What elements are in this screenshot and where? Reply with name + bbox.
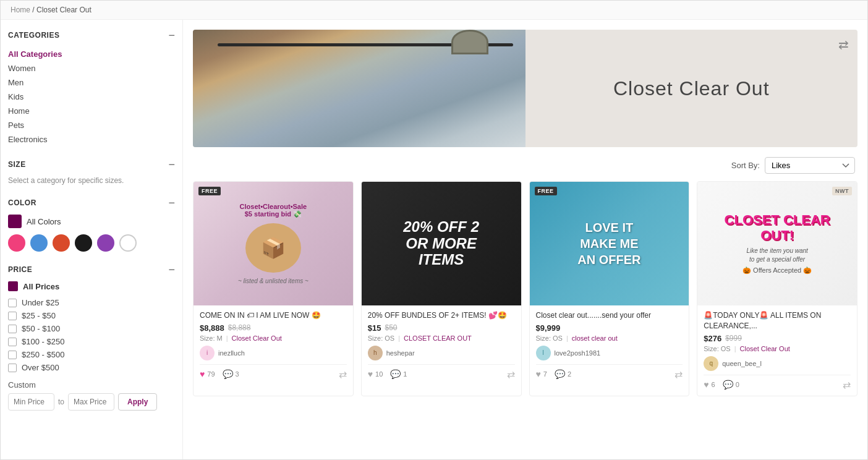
price-over-500[interactable]: Over $500 xyxy=(8,361,175,374)
color-red[interactable] xyxy=(53,234,70,252)
like-icon-4[interactable]: ♥ xyxy=(704,380,708,390)
product-card[interactable]: FREE Closet•Clearout•Sale$5 starting bid… xyxy=(193,181,354,396)
to-label: to xyxy=(58,398,64,406)
product-original-price-2: $50 xyxy=(385,323,397,332)
price-all-option[interactable]: All Prices xyxy=(8,281,175,291)
product-info-1: COME ON IN 🏷 I AM LIVE NOW 🤩 $8,888 $8,8… xyxy=(194,305,353,385)
apply-price-button[interactable]: Apply xyxy=(118,393,157,411)
color-black[interactable] xyxy=(75,234,92,252)
size-collapse-icon[interactable]: − xyxy=(168,159,175,170)
product-closet-4[interactable]: Closet Clear Out xyxy=(740,345,790,352)
like-icon-1[interactable]: ♥ xyxy=(200,369,205,379)
product-image-text-4: CLOSET CLEAROUT! Like the item you wantt… xyxy=(725,213,830,274)
max-price-input[interactable] xyxy=(68,393,114,411)
breadcrumb-current: Closet Clear Out xyxy=(36,6,91,14)
price-section: PRICE − All Prices Under $25 $25 - $50 $… xyxy=(8,264,175,411)
product-size-4: Size: OS xyxy=(704,345,730,352)
product-card-3[interactable]: FREE LOVE ITMAKE MEAN OFFER Closet clear… xyxy=(529,181,690,396)
share-icon-3[interactable]: ⇄ xyxy=(674,368,683,380)
like-count-3: 7 xyxy=(543,370,547,378)
price-collapse-icon[interactable]: − xyxy=(168,264,175,275)
category-item-electronics[interactable]: Electronics xyxy=(8,132,175,147)
main-content: Closet Clear Out ⇄ Sort By: Likes Just S… xyxy=(183,20,867,459)
like-icon-2[interactable]: ♥ xyxy=(368,369,373,379)
comment-icon-3[interactable]: 💬 xyxy=(555,369,565,379)
product-price-row-2: $15 $50 xyxy=(368,323,515,333)
color-white[interactable] xyxy=(119,234,137,252)
color-collapse-icon[interactable]: − xyxy=(168,197,175,208)
seller-name-4: queen_bee_l xyxy=(722,360,762,367)
product-info-4: 🚨TODAY ONLY🚨 ALL ITEMS ON CLEARANCE,... … xyxy=(697,305,857,396)
color-all-swatch xyxy=(8,215,22,228)
category-item-men[interactable]: Men xyxy=(8,75,175,90)
product-closet-1[interactable]: Closet Clear Out xyxy=(232,334,282,342)
color-purple[interactable] xyxy=(97,234,114,252)
category-list: All Categories Women Men Kids Home Pets … xyxy=(8,47,175,147)
product-seller-4: q queen_bee_l xyxy=(704,356,851,371)
categories-collapse-icon[interactable]: − xyxy=(168,30,175,41)
hero-clothes-visual xyxy=(193,30,525,147)
sidebar: CATEGORIES − All Categories Women Men Ki… xyxy=(1,20,183,459)
color-header: COLOR − xyxy=(8,197,175,208)
price-checkbox-250-500[interactable] xyxy=(8,351,17,359)
product-closet-2[interactable]: CLOSET CLEAR OUT xyxy=(404,334,472,342)
category-item-pets[interactable]: Pets xyxy=(8,118,175,132)
category-item-home[interactable]: Home xyxy=(8,104,175,118)
price-checkbox-100-250[interactable] xyxy=(8,338,17,346)
seller-name-1: inezlluch xyxy=(218,349,245,357)
closet-subtext-2: 🎃 Offers Accepted 🎃 xyxy=(725,266,830,275)
product-title-1: COME ON IN 🏷 I AM LIVE NOW 🤩 xyxy=(200,310,347,321)
product-closet-3[interactable]: closet clear out xyxy=(572,334,618,342)
color-all-option[interactable]: All Colors xyxy=(8,215,175,228)
categories-title: CATEGORIES xyxy=(8,31,59,40)
breadcrumb-home[interactable]: Home xyxy=(11,6,30,14)
price-250-500[interactable]: $250 - $500 xyxy=(8,348,175,361)
categories-section: CATEGORIES − All Categories Women Men Ki… xyxy=(8,30,175,147)
share-icon-1[interactable]: ⇄ xyxy=(339,368,347,380)
product-card-4[interactable]: NWT CLOSET CLEAROUT! Like the item you w… xyxy=(697,181,857,396)
price-checkbox-25-50[interactable] xyxy=(8,312,17,320)
category-item-kids[interactable]: Kids xyxy=(8,90,175,104)
action-comments-3: 💬 2 xyxy=(555,369,571,379)
sort-bar: Sort By: Likes Just Shared Price: Low to… xyxy=(193,157,857,174)
product-image-2: 20% OFF 2OR MOREITEMS xyxy=(362,182,521,305)
seller-name-2: heshepar xyxy=(386,349,415,357)
comment-icon-2[interactable]: 💬 xyxy=(390,369,401,379)
color-blue[interactable] xyxy=(30,234,48,252)
product-size-2: Size: OS xyxy=(368,334,394,342)
share-icon-4[interactable]: ⇄ xyxy=(843,379,851,391)
like-count-1: 79 xyxy=(207,370,215,378)
comment-count-2: 1 xyxy=(403,370,407,378)
like-count-4: 6 xyxy=(712,381,715,388)
color-pink[interactable] xyxy=(8,234,25,252)
color-section: COLOR − All Colors xyxy=(8,197,175,252)
product-title-4: 🚨TODAY ONLY🚨 ALL ITEMS ON CLEARANCE,... xyxy=(704,310,851,331)
product-image-3: FREE LOVE ITMAKE MEAN OFFER xyxy=(530,182,689,305)
nwt-badge: NWT xyxy=(832,187,852,195)
product-seller-3: l love2posh1981 xyxy=(536,346,683,360)
seller-avatar-2: h xyxy=(368,346,383,360)
category-item-all[interactable]: All Categories xyxy=(8,47,175,61)
comment-icon-1[interactable]: 💬 xyxy=(223,369,233,379)
like-icon-3[interactable]: ♥ xyxy=(536,369,541,379)
comment-icon-4[interactable]: 💬 xyxy=(723,380,733,390)
breadcrumb: Home / Closet Clear Out xyxy=(1,1,867,20)
category-item-women[interactable]: Women xyxy=(8,61,175,75)
price-25-50[interactable]: $25 - $50 xyxy=(8,309,175,322)
price-options-list: Under $25 $25 - $50 $50 - $100 $100 - $2… xyxy=(8,296,175,374)
price-checkbox-over500[interactable] xyxy=(8,364,17,372)
product-image-1: FREE Closet•Clearout•Sale$5 starting bid… xyxy=(194,182,353,305)
product-price-row-1: $8,888 $8,888 xyxy=(200,323,347,333)
share-icon-2[interactable]: ⇄ xyxy=(507,368,515,380)
min-price-input[interactable] xyxy=(8,393,54,411)
product-card-2[interactable]: 20% OFF 2OR MOREITEMS 20% OFF BUNDLES OF… xyxy=(361,181,522,396)
price-checkbox-50-100[interactable] xyxy=(8,325,17,333)
sort-select[interactable]: Likes Just Shared Price: Low to High Pri… xyxy=(765,157,855,174)
price-checkbox-under25[interactable] xyxy=(8,299,17,307)
price-100-250[interactable]: $100 - $250 xyxy=(8,335,175,348)
closet-clearout-text: CLOSET CLEAROUT! xyxy=(725,213,830,242)
price-all-swatch xyxy=(8,281,18,291)
price-under-25[interactable]: Under $25 xyxy=(8,296,175,309)
share-icon[interactable]: ⇄ xyxy=(838,37,849,52)
price-50-100[interactable]: $50 - $100 xyxy=(8,322,175,335)
